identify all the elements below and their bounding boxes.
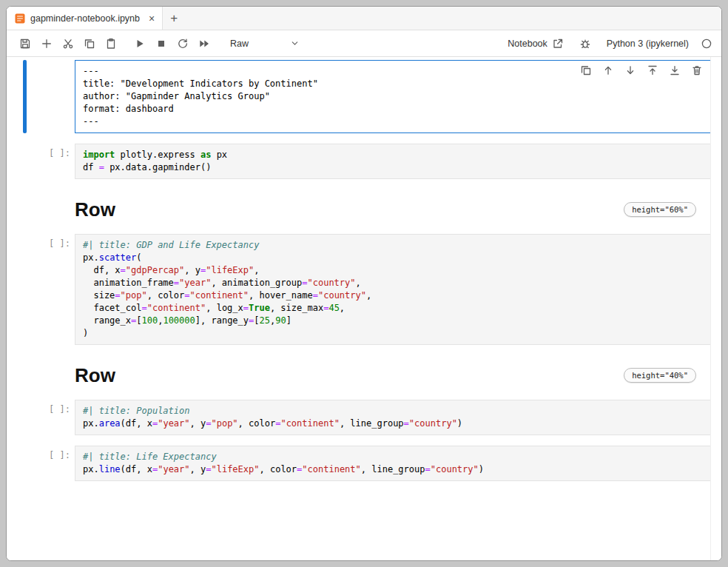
height-badge: height="40%" [624, 368, 696, 383]
code-line: px.scatter( [83, 252, 703, 264]
cell-prompt: [ ]: [7, 234, 75, 345]
code-cell: [ ]:#| title: Life Expectancypx.line(df,… [7, 446, 711, 481]
section-heading: Row [75, 364, 115, 386]
cell-prompt: [ ]: [7, 400, 75, 435]
delete-icon[interactable] [691, 64, 703, 76]
kernel-name[interactable]: Python 3 (ipykernel) [607, 38, 689, 49]
cell-prompt: [ ]: [7, 446, 75, 481]
notebook-button-label: Notebook [508, 38, 547, 49]
tab-close-icon[interactable]: × [149, 13, 155, 24]
code-cell: [ ]:import plotly.express as pxdf = px.d… [7, 144, 711, 179]
toolbar-right: Notebook Python 3 (ipykernel) [508, 34, 712, 53]
code-line: ) [83, 327, 703, 340]
code-line: px.area(df, x="year", y="pop", color="co… [83, 417, 703, 430]
code-line: #| title: GDP and Life Expectancy [83, 239, 703, 252]
duplicate-icon[interactable] [580, 64, 592, 76]
cell-editor[interactable]: ---title: "Development Indicators by Con… [75, 60, 711, 133]
markdown-cell: Rowheight="60%" [7, 198, 711, 221]
code-line: range_x=[100,100000], range_y=[25,90] [83, 315, 703, 327]
code-cell: [ ]:#| title: Populationpx.area(df, x="y… [7, 400, 711, 435]
tab-title: gapminder-notebook.ipynb [30, 13, 140, 24]
code-cell: [ ]:#| title: GDP and Life Expectancypx.… [7, 234, 711, 345]
code-line: animation_frame="year", animation_group=… [83, 277, 703, 289]
external-link-icon [552, 38, 564, 50]
open-in-notebook-button[interactable]: Notebook [508, 38, 564, 50]
code-line: #| title: Population [83, 405, 703, 417]
cell-editor[interactable]: #| title: Populationpx.area(df, x="year"… [75, 400, 711, 435]
cell-list: ---title: "Development Indicators by Con… [7, 60, 711, 481]
cell-prompt: [ ]: [7, 144, 75, 179]
tab-gapminder-notebook[interactable]: gapminder-notebook.ipynb × [7, 7, 163, 30]
insert-above-icon[interactable] [647, 64, 658, 76]
new-tab-button[interactable]: + [163, 7, 185, 30]
section-heading: Row [75, 198, 115, 221]
insert-below-icon[interactable] [669, 64, 681, 76]
code-line: format: dashboard [83, 103, 703, 115]
save-icon[interactable] [16, 34, 35, 53]
move-down-icon[interactable] [624, 64, 636, 76]
code-line: df = px.data.gapminder() [83, 161, 703, 174]
paste-icon[interactable] [101, 34, 121, 53]
cut-icon[interactable] [58, 34, 78, 53]
raw-cell: ---title: "Development Indicators by Con… [7, 60, 711, 133]
kernel-status-icon[interactable] [701, 38, 712, 50]
cell-prompt [7, 60, 75, 133]
move-up-icon[interactable] [602, 64, 614, 76]
notebook-icon [14, 13, 26, 24]
fast-forward-icon[interactable] [195, 34, 214, 53]
code-line: df, x="gdpPercap", y="lifeExp", [83, 264, 703, 277]
active-cell-collapser[interactable] [23, 60, 27, 133]
add-cell-icon[interactable] [37, 34, 56, 53]
code-line: size="pop", color="continent", hover_nam… [83, 289, 703, 302]
window-frame: gapminder-notebook.ipynb × + Raw Noteboo… [0, 0, 728, 567]
cell-type-value: Raw [230, 38, 249, 49]
code-line: title: "Development Indicators by Contin… [83, 78, 703, 90]
cell-type-dropdown[interactable]: Raw [226, 36, 304, 51]
restart-icon[interactable] [173, 34, 192, 53]
cell-toolbar [580, 64, 703, 76]
tab-bar: gapminder-notebook.ipynb × + [7, 7, 721, 30]
run-icon[interactable] [130, 34, 149, 53]
code-line: #| title: Life Expectancy [83, 451, 703, 463]
jupyterlab-window: gapminder-notebook.ipynb × + Raw Noteboo… [6, 6, 722, 561]
cell-editor[interactable]: import plotly.express as pxdf = px.data.… [75, 144, 711, 179]
height-badge: height="60%" [624, 202, 696, 217]
code-line: px.line(df, x="year", y="lifeExp", color… [83, 463, 703, 476]
markdown-cell: Rowheight="40%" [7, 364, 711, 386]
code-line: import plotly.express as px [83, 149, 703, 161]
code-line: author: "Gapminder Analytics Group" [83, 90, 703, 103]
notebook-content: ---title: "Development Indicators by Con… [7, 57, 721, 560]
bug-icon[interactable] [576, 34, 595, 53]
cell-editor[interactable]: #| title: Life Expectancypx.line(df, x="… [75, 446, 711, 481]
toolbar-left-icons [16, 34, 214, 53]
code-line: --- [83, 115, 703, 128]
chevron-down-icon [290, 38, 300, 48]
code-line: facet_col="continent", log_x=True, size_… [83, 302, 703, 315]
notebook-toolbar: Raw Notebook Python 3 (ipykernel) [7, 30, 721, 57]
cell-editor[interactable]: #| title: GDP and Life Expectancypx.scat… [75, 234, 711, 345]
copy-icon[interactable] [80, 34, 99, 53]
stop-icon[interactable] [152, 34, 171, 53]
